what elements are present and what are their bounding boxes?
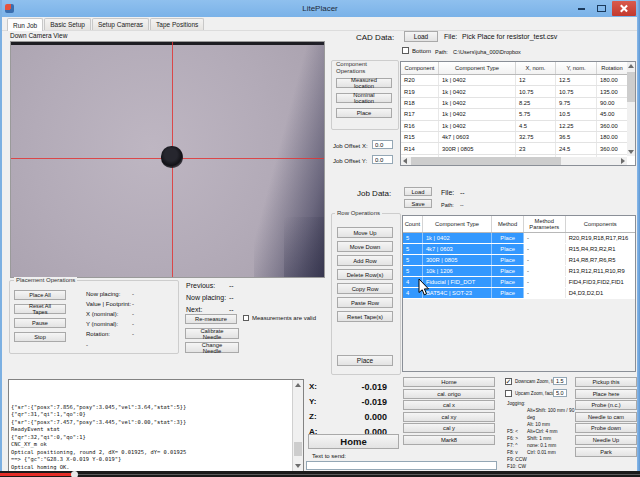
text-to-send-input[interactable] xyxy=(306,461,497,470)
measurements-valid-checkbox[interactable] xyxy=(243,315,249,321)
cad-col-y[interactable]: Y, nom. xyxy=(556,62,597,74)
cad-vscrollbar[interactable] xyxy=(627,62,635,156)
window-left-edge xyxy=(0,0,2,471)
cad-hscrollbar[interactable] xyxy=(401,157,627,165)
component-operation-button[interactable]: Place xyxy=(336,108,392,118)
maximize-button[interactable] xyxy=(592,2,610,16)
upcam-zoom-checkbox[interactable] xyxy=(505,390,512,397)
cad-table-row[interactable]: R18 1k | 0402 8.25 9.75 90.00 xyxy=(401,98,635,109)
machine-button[interactable]: Needle to cam xyxy=(575,412,637,422)
video-scrubber-handle[interactable] xyxy=(71,471,78,477)
cad-table-row[interactable]: R15 4k7 | 0603 32.75 36.5 180.00 xyxy=(401,132,635,143)
component-operation-button[interactable]: Measured location xyxy=(336,78,392,88)
calibrate-needle-button[interactable]: Calibrate Needle xyxy=(185,328,239,339)
cal-button[interactable]: Mark8 xyxy=(403,435,495,445)
cad-vscroll-thumb[interactable] xyxy=(627,72,635,102)
cad-col-component[interactable]: Component xyxy=(401,62,439,74)
downcam-zoom-checkbox[interactable]: ✓ xyxy=(505,378,512,385)
machine-button[interactable]: Probe (n.c.) xyxy=(575,400,637,410)
change-needle-button[interactable]: Change Needle xyxy=(185,342,239,353)
job-table-row-selected[interactable]: 4 Fiducial | FID_DOT Place - FID4,FID3,F… xyxy=(403,277,635,288)
row-operations-place-button[interactable]: Place xyxy=(337,355,393,366)
row-operation-button[interactable]: Move Up xyxy=(337,227,393,238)
job-save-button[interactable]: Save xyxy=(404,199,432,208)
row-operation-button[interactable]: Move Down xyxy=(337,241,393,252)
machine-button[interactable]: Probe down xyxy=(575,423,637,433)
log-scroll-up-icon[interactable] xyxy=(295,383,301,387)
placement-operation-button[interactable]: Place All xyxy=(14,290,66,300)
scroll-left-icon[interactable] xyxy=(403,158,407,164)
scroll-right-icon[interactable] xyxy=(621,158,625,164)
scroll-up-icon[interactable] xyxy=(628,64,634,68)
job-table-row-selected[interactable]: 4 BAT54C | SOT-23 Place - D4,D3,D2,D1 xyxy=(403,288,635,299)
remeasure-button[interactable]: Re-measure xyxy=(185,314,237,324)
job-col-count[interactable]: Count xyxy=(403,216,423,232)
bottom-checkbox[interactable] xyxy=(402,47,409,54)
cad-table-row[interactable]: R17 1k | 0402 5.75 10.5 45.00 xyxy=(401,109,635,120)
job-table-row-selected[interactable]: 5 10k | 1206 Place - R13,R12,R11,R10,R9 xyxy=(403,266,635,277)
row-operation-button[interactable]: Reset Tape(s) xyxy=(337,311,393,322)
cad-table-row[interactable]: R19 1k | 0402 10.75 10.75 135.00 xyxy=(401,86,635,97)
row-operation-button[interactable]: Add Row xyxy=(337,255,393,266)
cal-button[interactable]: Home xyxy=(403,377,495,387)
placement-status-row: Y (nominal): - xyxy=(86,319,174,329)
cal-button[interactable]: cal y xyxy=(403,423,495,433)
placement-operation-button[interactable]: Pause xyxy=(14,318,66,328)
jogging-step-line: none: 0.1 mm xyxy=(527,442,575,449)
placement-operation-button[interactable]: Reset All Tapes xyxy=(14,304,66,314)
machine-button[interactable]: Pickup this xyxy=(575,377,637,387)
job-col-components[interactable]: Components xyxy=(566,216,635,232)
next-panel-label: Now placing: xyxy=(186,294,229,301)
tab-basic-setup[interactable]: Basic Setup xyxy=(44,18,91,30)
video-progress-bar[interactable] xyxy=(0,471,640,477)
machine-button[interactable]: Needle Up xyxy=(575,435,637,445)
screenshot-stage: LitePlacer Run Job Basic Setup Setup Cam… xyxy=(0,0,640,477)
scroll-down-icon[interactable] xyxy=(628,150,634,154)
machine-button[interactable]: Place here xyxy=(575,389,637,399)
row-operation-button[interactable]: Paste Row xyxy=(337,297,393,308)
cal-button[interactable]: cal xy xyxy=(403,412,495,422)
jogging-key-line: F7: ^ xyxy=(507,442,527,449)
cal-button[interactable]: cal x xyxy=(403,400,495,410)
job-col-method-params[interactable]: Method Parameters xyxy=(524,216,566,232)
title-bar[interactable]: LitePlacer xyxy=(0,0,640,17)
home-big-button[interactable]: Home xyxy=(308,434,399,449)
job-table-row-selected[interactable]: 5 4k7 | 0603 Place - R15,R4,R3,R2,R1 xyxy=(403,244,635,255)
job-load-button[interactable]: Load xyxy=(404,187,432,196)
log-scroll-thumb[interactable] xyxy=(294,442,302,456)
job-offset-x-field[interactable] xyxy=(372,140,393,149)
close-button[interactable] xyxy=(612,1,636,16)
cad-load-button[interactable]: Load xyxy=(404,31,438,42)
tab-tape-positions[interactable]: Tape Positions xyxy=(150,18,204,30)
log-textbox[interactable]: {"sr":{"posx":7.856,"posy":3.045,"vel":3… xyxy=(8,379,304,472)
tab-setup-cameras[interactable]: Setup Cameras xyxy=(92,18,149,30)
tab-run-job[interactable]: Run Job xyxy=(7,18,43,31)
component-operation-button[interactable]: Nominal location xyxy=(336,93,392,103)
row-operation-button[interactable]: Copy Row xyxy=(337,283,393,294)
cad-table-row[interactable]: R14 300R | 0805 23 24.5 360.00 xyxy=(401,143,635,154)
cad-col-rotation[interactable]: Rotation xyxy=(597,62,627,74)
job-table-row-selected[interactable]: 5 300R | 0805 Place - R14,R8,R7,R6,R5 xyxy=(403,255,635,266)
log-scroll-down-icon[interactable] xyxy=(295,464,301,468)
job-table-row-selected[interactable]: 5 1k | 0402 Place - R20,R19,R18,R17,R16 xyxy=(403,233,635,244)
cad-table-row[interactable]: R16 1k | 0402 4.5 12.25 360.00 xyxy=(401,121,635,132)
cad-col-type[interactable]: Component Type xyxy=(439,62,516,74)
machine-button[interactable]: Park xyxy=(575,447,637,457)
job-offset-y-field[interactable] xyxy=(372,155,393,164)
cad-hscroll-thumb[interactable] xyxy=(411,157,561,165)
cal-button[interactable]: cal. origo xyxy=(403,389,495,399)
placement-operations-buttons: Place All Reset All Tapes Pause Stop xyxy=(14,290,66,342)
camera-view-label: Down Camera View xyxy=(10,32,67,39)
downcam-zoom-field[interactable] xyxy=(553,377,567,385)
cad-table-row[interactable]: R20 1k | 0402 12 12.5 180.00 xyxy=(401,75,635,86)
upcam-zoom-field[interactable] xyxy=(553,389,567,397)
log-scrollbar[interactable] xyxy=(292,380,303,471)
placement-operation-button[interactable]: Stop xyxy=(14,332,66,342)
row-operation-button[interactable]: Delete Row(s) xyxy=(337,269,393,280)
cell-component: R18 xyxy=(401,98,439,108)
job-col-method[interactable]: Method xyxy=(492,216,524,232)
job-col-type[interactable]: Component Type xyxy=(423,216,492,232)
tab-bar: Run Job Basic Setup Setup Cameras Tape P… xyxy=(0,17,640,31)
minimize-button[interactable] xyxy=(572,2,590,16)
cad-col-x[interactable]: X, nom. xyxy=(516,62,556,74)
